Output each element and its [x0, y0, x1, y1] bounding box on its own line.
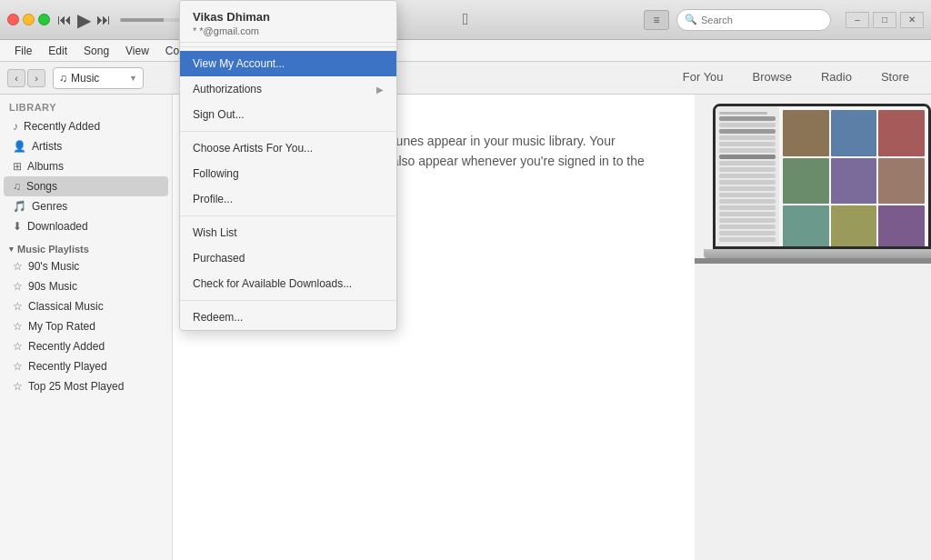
- transport-controls: ⏮ ▶ ⏭: [57, 11, 193, 29]
- menu-song[interactable]: Song: [76, 43, 116, 59]
- search-icon: 🔍: [685, 14, 697, 25]
- dropdown-separator: [180, 46, 396, 47]
- sign-out-label: Sign Out...: [193, 108, 245, 121]
- window-controls: [7, 14, 50, 25]
- play-button[interactable]: ▶: [77, 11, 91, 29]
- sidebar-item-recently-played[interactable]: ☆ Recently Played: [4, 356, 168, 376]
- mini-album: [783, 110, 829, 156]
- songs-icon: ♫: [13, 180, 21, 193]
- sidebar-item-label: 90s Music: [28, 280, 77, 293]
- sidebar-item-label: My Top Rated: [28, 320, 95, 333]
- wish-list-label: Wish List: [193, 226, 237, 239]
- view-account-label: View My Account...: [193, 57, 285, 70]
- sidebar-item-artists[interactable]: 👤 Artists: [4, 136, 168, 156]
- menu-edit[interactable]: Edit: [41, 43, 75, 59]
- mini-album: [831, 158, 877, 205]
- tab-browse[interactable]: Browse: [738, 65, 806, 91]
- redeem-label: Redeem...: [193, 311, 243, 324]
- sidebar-item-label: Albums: [27, 160, 64, 173]
- sidebar-item-top-rated[interactable]: ☆ My Top Rated: [4, 316, 168, 336]
- playlist-icon: ☆: [13, 360, 23, 373]
- win-minimize-button[interactable]: –: [846, 12, 869, 28]
- sidebar-item-label: Classical Music: [28, 300, 104, 313]
- laptop-bottom: [695, 258, 931, 264]
- sidebar-item-label: Artists: [32, 140, 62, 153]
- albums-icon: ⊞: [13, 160, 22, 173]
- menu-check-downloads[interactable]: Check for Available Downloads...: [180, 271, 396, 296]
- win-restore-button[interactable]: □: [873, 12, 896, 28]
- account-name: Vikas Dhiman: [193, 10, 384, 24]
- menu-profile[interactable]: Profile...: [180, 186, 396, 212]
- playlists-chevron-icon: ▾: [9, 245, 14, 254]
- minimize-button[interactable]: [23, 14, 35, 25]
- menu-view-account[interactable]: View My Account...: [180, 51, 396, 76]
- account-email: * *@gmail.com: [193, 25, 384, 36]
- tab-store[interactable]: Store: [866, 65, 924, 91]
- sidebar-item-top25[interactable]: ☆ Top 25 Most Played: [4, 376, 168, 396]
- nav-forward-button[interactable]: ›: [27, 69, 45, 87]
- sidebar-item-downloaded[interactable]: ⬇ Downloaded: [4, 216, 168, 236]
- menu-following[interactable]: Following: [180, 161, 396, 186]
- mini-album: [783, 158, 829, 205]
- rewind-button[interactable]: ⏮: [57, 13, 72, 27]
- sidebar-item-label: Downloaded: [27, 220, 88, 233]
- laptop-area: [695, 95, 931, 560]
- sidebar-item-genres[interactable]: 🎵 Genres: [4, 196, 168, 216]
- sidebar-item-recently-added-pl[interactable]: ☆ Recently Added: [4, 336, 168, 356]
- search-input[interactable]: [701, 15, 823, 25]
- sidebar-item-90s-music[interactable]: ☆ 90's Music: [4, 256, 168, 276]
- menu-authorizations[interactable]: Authorizations ▶: [180, 76, 396, 102]
- downloaded-icon: ⬇: [13, 220, 22, 233]
- genres-icon: 🎵: [13, 200, 26, 213]
- menu-wish-list[interactable]: Wish List: [180, 220, 396, 245]
- list-view-button[interactable]: ≡: [644, 10, 669, 30]
- menu-redeem[interactable]: Redeem...: [180, 305, 396, 330]
- sidebar-item-albums[interactable]: ⊞ Albums: [4, 156, 168, 176]
- sidebar-item-recently-added-lib[interactable]: ♪ Recently Added: [4, 116, 168, 136]
- purchased-label: Purchased: [193, 252, 245, 265]
- menu-file[interactable]: File: [7, 43, 39, 59]
- authorizations-arrow-icon: ▶: [376, 85, 384, 95]
- mini-album: [878, 110, 925, 156]
- maximize-button[interactable]: [38, 14, 50, 25]
- mini-album: [783, 205, 829, 249]
- menu-choose-artists[interactable]: Choose Artists For You...: [180, 135, 396, 161]
- playlists-section-header[interactable]: ▾ Music Playlists: [0, 236, 172, 256]
- sidebar-item-label: 90's Music: [28, 260, 79, 273]
- nav-bar: ‹ › ♫ Music ▼ For You Browse Radio Store: [0, 62, 931, 95]
- sidebar-item-label: Songs: [26, 180, 57, 193]
- sidebar-item-classical[interactable]: ☆ Classical Music: [4, 296, 168, 316]
- close-button[interactable]: [7, 14, 19, 25]
- sidebar-item-label: Recently Added: [24, 120, 100, 133]
- menu-sign-out[interactable]: Sign Out...: [180, 102, 396, 127]
- apple-logo: : [463, 10, 469, 29]
- nav-arrows: ‹ ›: [7, 69, 45, 87]
- right-controls: ≡ 🔍 – □ ✕: [644, 9, 924, 31]
- account-dropdown-menu: Vikas Dhiman * *@gmail.com View My Accou…: [179, 0, 397, 331]
- menu-bar: File Edit Song View Controls Account Hel…: [0, 40, 931, 62]
- menu-view[interactable]: View: [118, 43, 156, 59]
- tab-for-you[interactable]: For You: [668, 65, 738, 91]
- library-section-header: Library: [0, 95, 172, 116]
- source-selector[interactable]: ♫ Music ▼: [53, 67, 144, 89]
- sidebar-item-label: Recently Played: [28, 360, 107, 373]
- mini-album: [878, 205, 925, 249]
- laptop-screen: [713, 104, 931, 249]
- sidebar-item-90s-music2[interactable]: ☆ 90s Music: [4, 276, 168, 296]
- account-menu-header: Vikas Dhiman * *@gmail.com: [180, 1, 396, 43]
- tab-radio[interactable]: Radio: [806, 65, 866, 91]
- search-box[interactable]: 🔍: [676, 9, 831, 31]
- dropdown-separator: [180, 131, 396, 132]
- artists-icon: 👤: [13, 140, 26, 153]
- playlists-label: Music Playlists: [17, 244, 89, 255]
- nav-back-button[interactable]: ‹: [7, 69, 25, 87]
- forward-button[interactable]: ⏭: [96, 13, 111, 27]
- playlist-icon: ☆: [13, 280, 23, 293]
- playlist-icon: ☆: [13, 340, 23, 353]
- sidebar: Library ♪ Recently Added 👤 Artists ⊞ Alb…: [0, 95, 173, 560]
- sidebar-item-songs[interactable]: ♫ Songs: [4, 176, 168, 196]
- menu-purchased[interactable]: Purchased: [180, 245, 396, 271]
- win-close-button[interactable]: ✕: [900, 12, 924, 28]
- sidebar-item-label: Recently Added: [28, 340, 105, 353]
- mini-album: [831, 205, 877, 249]
